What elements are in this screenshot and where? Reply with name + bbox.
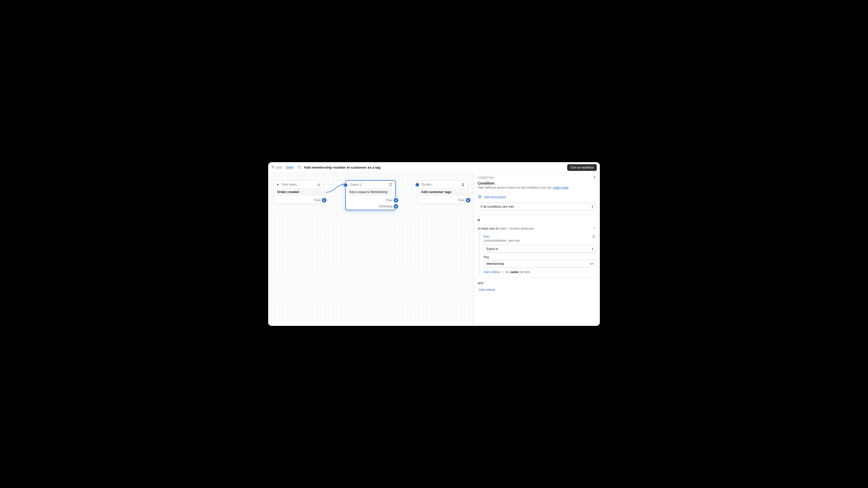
add-step-button[interactable] bbox=[394, 204, 398, 209]
svg-point-5 bbox=[462, 183, 464, 184]
criteria-key-link[interactable]: Key bbox=[484, 235, 520, 238]
node-head-label: Start when... bbox=[282, 183, 315, 186]
sidebar-subtitle: Take different actions based on the cond… bbox=[474, 185, 600, 193]
if-section-label: If bbox=[474, 214, 600, 224]
match-mode-value: If all conditions are met bbox=[480, 205, 514, 208]
node-head: Do this... bbox=[417, 180, 467, 188]
add-description-button[interactable]: Add description bbox=[474, 193, 600, 203]
then-label: Then bbox=[458, 198, 465, 202]
turn-on-workflow-button[interactable]: Turn on workflow bbox=[567, 164, 597, 171]
filter-header[interactable]: At least one of order / custom attribute… bbox=[474, 224, 600, 233]
filter-target: order / custom attributes bbox=[499, 227, 534, 230]
node-body: Key is equal to Membership bbox=[347, 188, 394, 196]
sidebar-caption: CONDITION bbox=[478, 176, 593, 179]
add-criteria-button[interactable]: Add criteria bbox=[474, 286, 600, 297]
input-port bbox=[344, 183, 347, 187]
sidebar-subtitle-text: Take different actions based on the cond… bbox=[478, 186, 553, 190]
node-body: Add customer tags bbox=[419, 188, 466, 196]
workflow-title: Add membership number to customer as a t… bbox=[304, 166, 381, 169]
play-icon bbox=[276, 183, 280, 186]
exit-button[interactable]: Exit bbox=[271, 165, 282, 170]
select-arrows-icon: ▲▼ bbox=[591, 205, 593, 208]
node-trigger[interactable]: Start when... Order created Then bbox=[273, 180, 324, 204]
app-window: Exit Draft Add membership number to cust… bbox=[268, 162, 600, 326]
body: Start when... Order created Then Ch bbox=[268, 173, 600, 326]
close-sidebar-button[interactable] bbox=[593, 175, 596, 180]
operator-value: Equal to bbox=[487, 247, 498, 251]
node-body: Order created bbox=[275, 188, 322, 196]
node-then-row: Then bbox=[274, 197, 323, 204]
node-action[interactable]: Do this... Add customer tags Then bbox=[417, 180, 468, 204]
node-condition[interactable]: Check if... Key is equal to Membership T… bbox=[345, 180, 396, 210]
node-then-row: Then bbox=[417, 197, 467, 204]
note-icon bbox=[478, 195, 482, 199]
exit-icon bbox=[271, 165, 275, 170]
add-step-button[interactable] bbox=[466, 198, 470, 203]
import-icon bbox=[317, 182, 321, 186]
clipboard-icon bbox=[389, 183, 393, 186]
workflow-canvas[interactable]: Start when... Order created Then Ch bbox=[268, 173, 474, 326]
criteria-key-path: customAttributes_item.key bbox=[484, 239, 520, 242]
node-head: Start when... bbox=[274, 180, 323, 188]
match-mode-select[interactable]: If all conditions are met ▲▼ bbox=[478, 203, 596, 211]
node-otherwise-row: Otherwise bbox=[346, 204, 395, 210]
and-label: and bbox=[474, 278, 600, 286]
filter-text: At least one of order / custom attribute… bbox=[478, 227, 534, 230]
same-item-text: for same list item bbox=[505, 270, 530, 274]
delete-criteria-button[interactable] bbox=[592, 235, 596, 239]
add-description-label: Add description bbox=[484, 195, 506, 199]
draft-badge: Draft bbox=[285, 166, 295, 170]
value-input-wrap bbox=[484, 260, 596, 268]
header-bar: Exit Draft Add membership number to cust… bbox=[268, 162, 600, 173]
then-label: Then bbox=[386, 198, 393, 202]
add-criteria-link[interactable]: Add criteria bbox=[484, 270, 504, 274]
person-icon bbox=[461, 182, 465, 186]
criteria-block: Key customAttributes_item.key Equal to ▲… bbox=[479, 233, 596, 275]
add-criteria-label: Add criteria bbox=[484, 270, 500, 274]
node-head-label: Do this... bbox=[422, 183, 459, 186]
otherwise-label: Otherwise bbox=[379, 205, 393, 208]
filter-prefix: At least one of bbox=[478, 227, 499, 230]
sidebar-title: Condition bbox=[474, 181, 600, 185]
select-arrows-icon: ▲▼ bbox=[591, 248, 593, 250]
details-sidebar: CONDITION Condition Take different actio… bbox=[474, 173, 600, 326]
value-input[interactable] bbox=[484, 260, 590, 267]
node-head: Check if... bbox=[346, 181, 395, 188]
add-step-button[interactable] bbox=[322, 198, 327, 203]
then-label: Then bbox=[314, 198, 321, 202]
add-criteria-same-item: Add criteria for same list item bbox=[484, 268, 530, 274]
value-field-label: Key bbox=[484, 255, 596, 259]
svg-rect-4 bbox=[390, 183, 391, 184]
operator-select[interactable]: Equal to ▲▼ bbox=[484, 245, 596, 253]
exit-label: Exit bbox=[276, 166, 282, 169]
code-icon[interactable] bbox=[590, 262, 594, 266]
input-port bbox=[415, 183, 419, 186]
node-head-label: Check if... bbox=[350, 183, 387, 186]
node-then-row: Then bbox=[346, 197, 395, 204]
add-step-button[interactable] bbox=[394, 198, 398, 203]
status-check-icon bbox=[298, 165, 301, 170]
chevron-down-icon bbox=[593, 226, 596, 231]
learn-more-link[interactable]: Learn more bbox=[553, 186, 568, 190]
svg-rect-3 bbox=[390, 183, 392, 186]
